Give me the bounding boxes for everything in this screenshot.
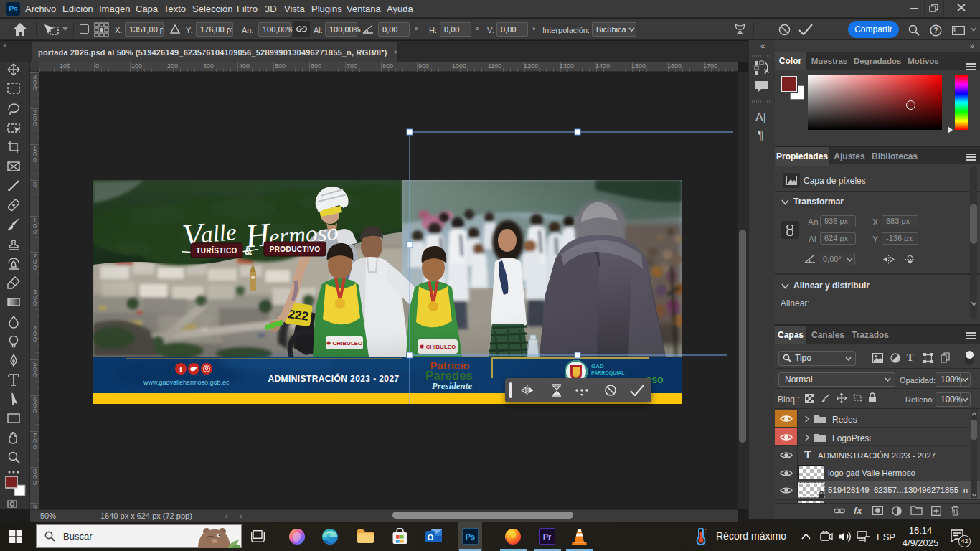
svg-text:?: ?: [933, 27, 938, 34]
svg-text:O: O: [428, 533, 434, 542]
